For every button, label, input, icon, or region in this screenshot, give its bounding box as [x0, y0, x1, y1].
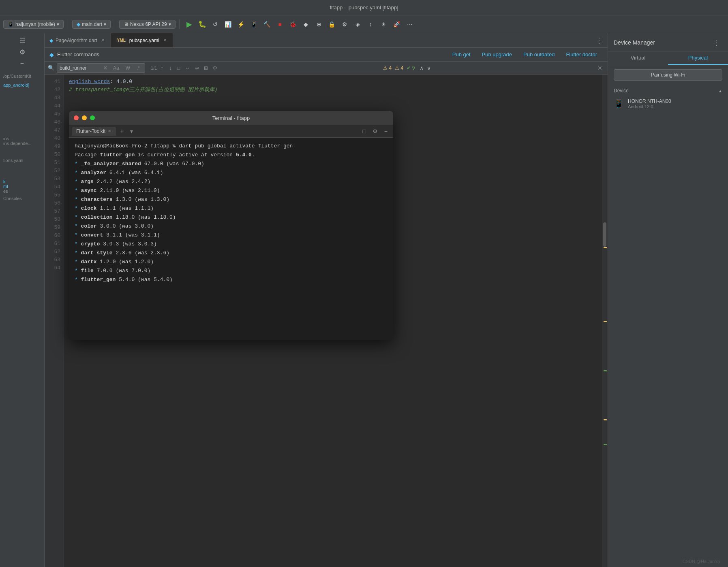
terminal-tab-chevron-btn[interactable]: ▾	[128, 127, 135, 135]
terminal-line-dart-style: * dart_style 2.3.6 (was 2.3.6)	[75, 249, 388, 258]
sidebar-item-6[interactable]: k	[3, 179, 41, 184]
terminal-line-dartx: * dartx 1.2.0 (was 1.2.0)	[75, 258, 388, 266]
dm-section-arrow[interactable]: ▲	[718, 89, 722, 93]
expand-up-btn[interactable]: ∧	[420, 65, 424, 71]
dm-pair-wifi-btn[interactable]: Pair using Wi-Fi	[614, 69, 722, 81]
sidebar-item-consoles[interactable]: Consoles	[3, 196, 41, 201]
search-clear-btn[interactable]: ✕	[102, 64, 109, 72]
pub-outdated-btn[interactable]: Pub outdated	[518, 50, 560, 59]
more-button-7[interactable]: ↕	[366, 19, 376, 30]
tab-page-algorithm[interactable]: ◆ PageAlgorithm.dart ✕	[45, 33, 111, 47]
tab-more-btn[interactable]: ⋮	[592, 33, 608, 47]
search-filter-btn[interactable]: ⊞	[202, 64, 210, 72]
search-word-btn[interactable]: W	[123, 64, 133, 72]
left-sidebar: ☰ ⚙ − /op/CustomKit app_android] ins ins…	[0, 33, 45, 567]
sidebar-item-3: ins	[3, 136, 41, 141]
expand-down-btn[interactable]: ∨	[427, 65, 431, 71]
chevron-down-icon-3: ▾	[169, 21, 171, 27]
terminal-body[interactable]: haijunyan@MacBook-Pro-2 fltapp % dart pu…	[69, 138, 393, 340]
stop-button[interactable]: ■	[275, 19, 285, 30]
sidebar-item-1[interactable]: /op/CustomKit	[3, 73, 41, 79]
search-next-btn[interactable]: ↓	[167, 64, 174, 72]
search-regex-btn[interactable]: .*	[134, 64, 142, 72]
terminal-minimize-btn[interactable]	[82, 115, 87, 120]
more-button-9[interactable]: 🚀	[392, 19, 402, 30]
reload-button[interactable]: ↺	[210, 19, 221, 30]
debug-button[interactable]: 🐛	[197, 19, 208, 30]
dm-more-btn[interactable]: ⋮	[710, 37, 722, 48]
more-button-1[interactable]: 🐞	[288, 19, 298, 30]
pub-get-btn[interactable]: Pub get	[447, 50, 476, 59]
run-button[interactable]: ▶	[184, 19, 195, 30]
terminal-line-clock: * clock 1.1.1 (was 1.1.1)	[75, 204, 388, 213]
more-button-5[interactable]: ⚙	[340, 19, 350, 30]
dm-device-os: Android 12.0	[628, 104, 671, 109]
terminal-tab-flutter-toolkit[interactable]: Flutter-Toolkit ✕	[72, 127, 116, 136]
scrollbar-marker-5	[604, 444, 607, 445]
sidebar-gear-btn[interactable]: ⚙	[2, 47, 43, 58]
tab-close-page-algorithm[interactable]: ✕	[100, 37, 106, 43]
code-line-42: # transparent_image三方开源包(占位透明图 图片加载库)	[69, 86, 597, 94]
dm-header: Device Manager ⋮	[608, 33, 728, 51]
file-selector[interactable]: ◆ main.dart ▾	[72, 20, 111, 29]
terminal-package-line: Package flutter_gen is currently active …	[75, 151, 388, 160]
dm-tabs: Virtual Physical	[608, 51, 728, 65]
scrollbar-thumb[interactable]	[603, 222, 606, 247]
editor-area: ◆ PageAlgorithm.dart ✕ YML pubspec.yaml …	[45, 33, 608, 567]
terminal-minimize-panel-btn[interactable]: −	[382, 127, 390, 135]
phone-button[interactable]: 📱	[249, 19, 259, 30]
lightning-button[interactable]: ⚡	[236, 19, 246, 30]
more-button-4[interactable]: 🔒	[327, 19, 337, 30]
window-title: fltapp – pubspec.yaml [fltapp]	[330, 4, 398, 11]
terminal-line-fe-analyzer: * _fe_analyzer_shared 67.0.0 (was 67.0.0…	[75, 160, 388, 168]
dm-tab-physical[interactable]: Physical	[668, 51, 728, 65]
sidebar-settings-btn[interactable]: ☰	[2, 35, 43, 46]
search-settings-btn[interactable]: ⚙	[211, 64, 219, 72]
ok-badge: ✔ 9	[407, 65, 415, 71]
watermark: CSDN @HaiJunYa	[683, 559, 720, 564]
dm-device-item[interactable]: 📱 HONOR NTH-AN00 Android 12.0	[614, 95, 722, 112]
flutter-logo-icon: ◆	[49, 51, 54, 58]
search-prev-btn[interactable]: ↑	[158, 64, 165, 72]
terminal-tab-close-btn[interactable]: ✕	[107, 129, 112, 133]
search-input[interactable]	[60, 65, 100, 71]
tab-pubspec[interactable]: YML pubspec.yaml ✕	[111, 33, 173, 47]
dm-title: Device Manager	[614, 39, 655, 46]
dm-device-phone-icon: 📱	[614, 99, 624, 109]
scrollbar-marker-1	[604, 247, 607, 248]
search-case-btn[interactable]: Aa	[111, 64, 122, 72]
terminal-maximize-btn[interactable]	[90, 115, 95, 120]
flutter-doctor-btn[interactable]: Flutter doctor	[560, 50, 603, 59]
terminal-close-btn[interactable]	[74, 115, 79, 120]
more-dots[interactable]: ⋯	[405, 19, 415, 30]
sidebar-item-7[interactable]: ml	[3, 184, 41, 189]
toolbar-separator-1	[68, 19, 68, 29]
dm-tab-virtual[interactable]: Virtual	[608, 51, 668, 65]
search-multiline-btn[interactable]: ↔	[184, 64, 192, 72]
terminal-add-tab-btn[interactable]: +	[118, 127, 126, 136]
build-button[interactable]: 🔨	[262, 19, 272, 30]
code-line-44	[69, 102, 597, 110]
profile-selector[interactable]: 📱 haijunyan (mobile) ▾	[3, 20, 64, 29]
search-close-btn[interactable]: ✕	[595, 64, 604, 72]
tab-close-pubspec[interactable]: ✕	[162, 37, 168, 43]
more-button-3[interactable]: ⊕	[314, 19, 324, 30]
terminal-settings-btn[interactable]: ⚙	[370, 127, 380, 135]
warning-section: ⚠ 4 ⚠ 4 ✔ 9 ∧ ∨	[383, 65, 431, 71]
search-bar: 🔍 ✕ Aa W .* 1/1 ↑ ↓ □ ↔ ⇌ ⊞ ⚙ ⚠ 4 ⚠	[45, 62, 608, 75]
terminal-line-color: * color 3.0.0 (was 3.0.0)	[75, 222, 388, 231]
more-button-2[interactable]: ◆	[301, 19, 311, 30]
terminal-window-btn[interactable]: □	[360, 127, 368, 135]
more-button-6[interactable]: ◈	[353, 19, 363, 30]
scrollbar-marker-2	[604, 321, 607, 322]
profile-button[interactable]: 📊	[223, 19, 233, 30]
pub-upgrade-btn[interactable]: Pub upgrade	[476, 50, 518, 59]
editor-scrollbar[interactable]	[602, 75, 608, 567]
search-expand-btn[interactable]: □	[176, 64, 182, 72]
line-numbers: 41 42 43 44 45 46 47 48 49 50 51 52 53 5…	[45, 75, 64, 567]
more-button-8[interactable]: ☀	[379, 19, 389, 30]
sidebar-collapse-btn[interactable]: −	[2, 58, 43, 69]
device-selector[interactable]: 🖥 Nexus 6P API 29 ▾	[119, 20, 176, 29]
search-wrap-btn[interactable]: ⇌	[193, 64, 201, 72]
dm-section-label: Device	[614, 88, 629, 94]
